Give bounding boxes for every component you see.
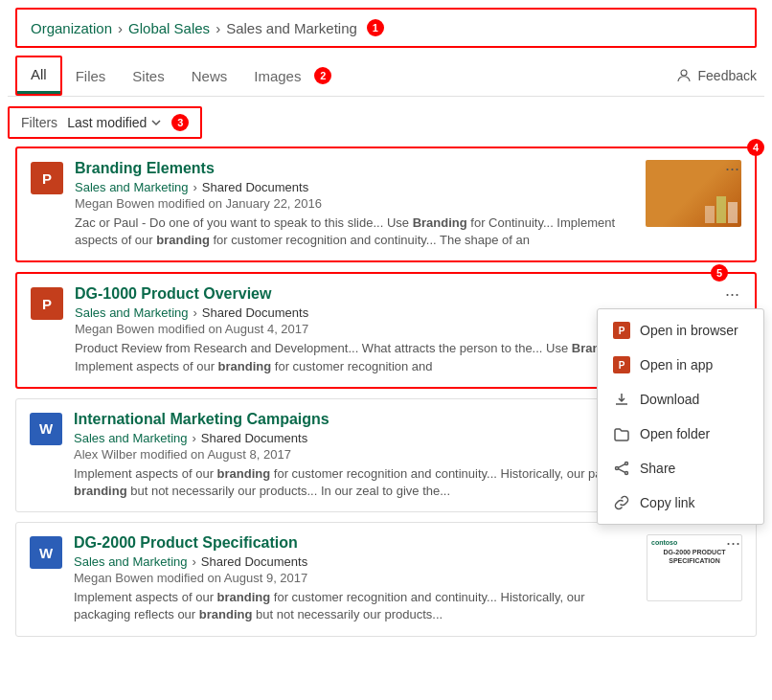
breadpath1-4[interactable]: Sales and Marketing — [74, 554, 188, 569]
meta-4: Megan Bowen modified on August 9, 2017 — [74, 571, 635, 585]
breadpath1-2[interactable]: Sales and Marketing — [75, 305, 189, 320]
card2-badge: 5 — [711, 264, 728, 282]
breadcrumb-global[interactable]: Global Sales — [128, 20, 210, 36]
snippet-1: Zac or Paul - Do one of you want to spea… — [75, 215, 634, 249]
filters-badge: 3 — [171, 114, 189, 131]
sep-4: › — [193, 554, 196, 569]
menu-copy-link[interactable]: Copy link — [598, 485, 763, 520]
result-title-2[interactable]: DG-1000 Product Overview — [75, 285, 271, 302]
feedback-icon — [675, 67, 693, 84]
word-icon-3: W — [30, 413, 62, 445]
breadpath1-3[interactable]: Sales and Marketing — [74, 431, 188, 445]
breadcrumb-badge: 1 — [367, 19, 384, 36]
context-menu: P Open in browser P Open in app Download… — [597, 308, 764, 525]
chevron-down-icon — [150, 117, 162, 128]
menu-share[interactable]: Share — [598, 451, 763, 485]
svg-point-3 — [616, 467, 619, 470]
menu-open-folder[interactable]: Open folder — [598, 417, 763, 451]
breadpath2-1: Shared Documents — [202, 180, 308, 194]
download-icon — [613, 391, 630, 408]
breadpath1-1[interactable]: Sales and Marketing — [75, 180, 189, 194]
menu-open-app[interactable]: P Open in app — [598, 348, 763, 382]
last-modified-label: Last modified — [67, 115, 147, 130]
sep-1: › — [193, 180, 197, 194]
tab-files[interactable]: Files — [62, 59, 120, 93]
meta-1: Megan Bowen modified on January 22, 2016 — [75, 196, 634, 211]
snippet-4: Implement aspects of our branding for cu… — [74, 589, 635, 623]
breadpath2-3: Shared Documents — [201, 431, 307, 445]
ppt-icon-1: P — [31, 162, 63, 194]
link-icon — [613, 494, 630, 511]
copy-link-label: Copy link — [640, 495, 695, 510]
open-browser-label: Open in browser — [640, 323, 738, 338]
svg-point-1 — [625, 463, 628, 465]
result-content-4: DG-2000 Product Specification Sales and … — [74, 534, 635, 623]
breadcrumb-sep2: › — [216, 20, 220, 36]
result-content-1: Branding Elements Sales and Marketing › … — [75, 160, 634, 249]
breadcrumb-current: Sales and Marketing — [226, 20, 357, 36]
svg-line-5 — [618, 469, 624, 473]
card1-badge: 4 — [747, 139, 764, 156]
svg-point-2 — [625, 472, 628, 475]
result-title-3[interactable]: International Marketing Campaigns — [74, 411, 329, 427]
feedback-button[interactable]: Feedback — [675, 67, 757, 84]
ppt-icon-2: P — [31, 287, 63, 320]
more-btn-1[interactable]: ··· — [719, 158, 745, 179]
breadcrumb-org[interactable]: Organization — [31, 20, 112, 36]
tabs-badge: 2 — [314, 67, 331, 84]
breadcrumb: Organization › Global Sales › Sales and … — [15, 8, 757, 48]
breadpath2-2: Shared Documents — [202, 305, 308, 320]
last-modified-filter[interactable]: Last modified — [67, 115, 162, 130]
filters-label: Filters — [21, 115, 57, 130]
sep-2: › — [193, 305, 197, 320]
result-card-2: P DG-1000 Product Overview Sales and Mar… — [15, 272, 757, 388]
more-btn-4[interactable]: ··· — [720, 532, 746, 553]
result-title-4[interactable]: DG-2000 Product Specification — [74, 534, 298, 551]
ppt-menu-icon-2: P — [613, 356, 630, 373]
open-app-label: Open in app — [640, 357, 713, 373]
results-list: P Branding Elements Sales and Marketing … — [0, 147, 772, 637]
ppt-menu-icon-1: P — [613, 322, 630, 339]
result-card-1: P Branding Elements Sales and Marketing … — [15, 147, 757, 262]
more-btn-2[interactable]: ··· — [719, 283, 745, 305]
menu-open-browser[interactable]: P Open in browser — [598, 313, 763, 348]
result-card-4: W DG-2000 Product Specification Sales an… — [15, 522, 757, 636]
menu-download[interactable]: Download — [598, 382, 763, 417]
share-label: Share — [640, 461, 675, 476]
filters-bar: Filters Last modified 3 — [8, 106, 202, 139]
svg-line-4 — [618, 464, 624, 468]
breadcrumb-sep1: › — [118, 20, 123, 36]
feedback-label: Feedback — [698, 68, 757, 83]
tab-news[interactable]: News — [178, 59, 241, 93]
tab-sites[interactable]: Sites — [119, 59, 177, 93]
open-folder-label: Open folder — [640, 426, 710, 441]
share-icon — [613, 460, 630, 477]
tab-images[interactable]: Images — [240, 59, 314, 93]
svg-point-0 — [681, 70, 687, 76]
sep-3: › — [193, 431, 196, 445]
word-icon-4: W — [30, 536, 62, 569]
folder-icon — [613, 425, 630, 442]
tab-all[interactable]: All — [17, 57, 60, 94]
result-title-1[interactable]: Branding Elements — [75, 160, 215, 176]
breadpath2-4: Shared Documents — [201, 554, 307, 569]
download-label: Download — [640, 392, 699, 407]
